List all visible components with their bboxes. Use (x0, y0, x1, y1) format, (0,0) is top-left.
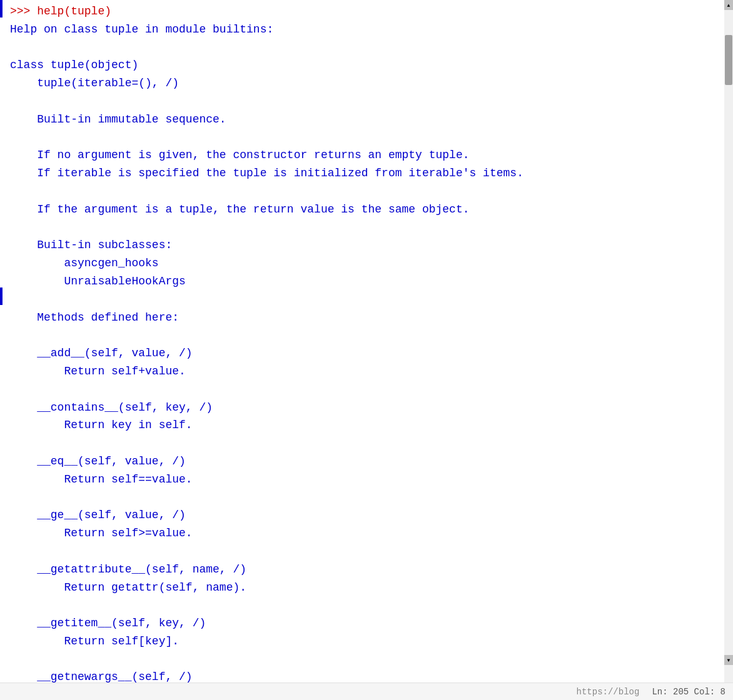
prompt-span: >>> help(tuple) (10, 5, 111, 18)
line-36: Return self[key]. (10, 632, 719, 651)
empty-13 (10, 219, 719, 237)
line-33: Return getattr(self, name). (10, 579, 719, 597)
line-38: __getnewargs__(self, /) (10, 668, 719, 682)
status-bar: https://blog Ln: 205 Col: 8 (0, 682, 733, 700)
scroll-up-button[interactable]: ▲ (724, 0, 733, 10)
line-2: Help on class tuple in module builtins: (10, 21, 719, 39)
line-14: Built-in subclasses: (10, 236, 719, 254)
line-27: Return self==value. (10, 471, 719, 489)
editor-container: >>> help(tuple) Help on class tuple in m… (0, 0, 733, 700)
empty-28 (10, 489, 719, 507)
status-url: https://blog (577, 687, 640, 697)
empty-19 (10, 326, 719, 344)
empty-6 (10, 92, 719, 111)
line-35: __getitem__(self, key, /) (10, 614, 719, 632)
scrollbar[interactable]: ▲ ▼ (724, 0, 733, 682)
line-16: UnraisableHookArgs (10, 272, 719, 291)
empty-25 (10, 434, 719, 452)
empty-11 (10, 182, 719, 201)
empty-31 (10, 542, 719, 561)
line-20: __add__(self, value, /) (10, 344, 719, 362)
empty-22 (10, 381, 719, 399)
status-position: Ln: 205 Col: 8 (652, 687, 725, 697)
empty-3 (10, 39, 719, 57)
line-4: class tuple(object) (10, 56, 719, 74)
line-24: Return key in self. (10, 416, 719, 434)
line-7: Built-in immutable sequence. (10, 111, 719, 129)
line-1: >>> help(tuple) (10, 2, 719, 21)
empty-34 (10, 596, 719, 614)
line-32: __getattribute__(self, name, /) (10, 561, 719, 579)
line-29: __ge__(self, value, /) (10, 506, 719, 524)
indicator-bar-2 (0, 288, 3, 305)
line-9: If no argument is given, the constructor… (10, 146, 719, 164)
line-23: __contains__(self, key, /) (10, 399, 719, 417)
line-26: __eq__(self, value, /) (10, 452, 719, 471)
scroll-thumb[interactable] (725, 35, 732, 85)
code-content[interactable]: >>> help(tuple) Help on class tuple in m… (5, 0, 724, 682)
content-area: >>> help(tuple) Help on class tuple in m… (0, 0, 733, 682)
line-30: Return self>=value. (10, 524, 719, 542)
empty-37 (10, 651, 719, 669)
line-12: If the argument is a tuple, the return v… (10, 201, 719, 219)
indicator-bar-1 (0, 0, 3, 18)
line-18: Methods defined here: (10, 309, 719, 327)
line-indicator (0, 0, 5, 682)
line-5: tuple(iterable=(), /) (10, 74, 719, 92)
scroll-down-button[interactable]: ▼ (724, 655, 733, 665)
line-21: Return self+value. (10, 362, 719, 381)
empty-17 (10, 291, 719, 309)
line-10: If iterable is specified the tuple is in… (10, 164, 719, 182)
empty-8 (10, 129, 719, 147)
line-15: asyncgen_hooks (10, 254, 719, 272)
